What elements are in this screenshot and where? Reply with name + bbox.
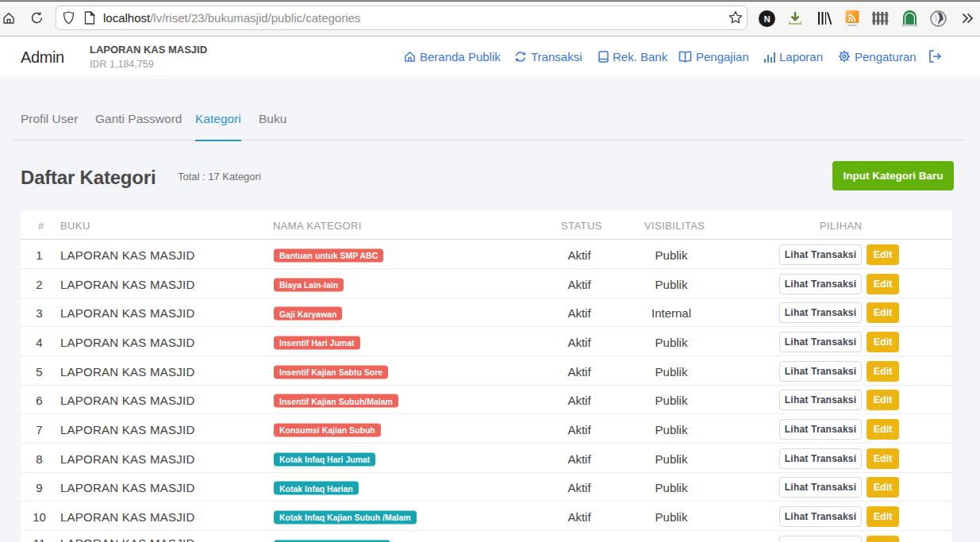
svg-text:N: N [764, 14, 771, 24]
